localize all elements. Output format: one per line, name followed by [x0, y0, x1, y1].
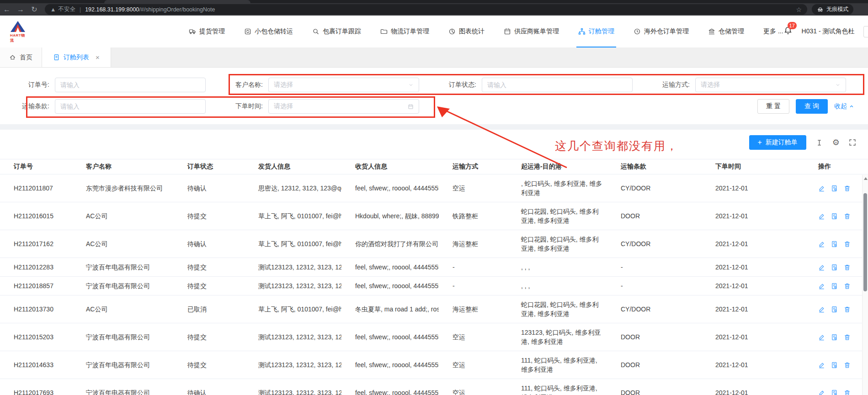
cell-shipper: 测试123123, 12312, 3123, 123... [245, 351, 341, 379]
nav-item-warehouse-management[interactable]: 仓储管理 [708, 16, 744, 47]
cell-ports: 111, 蛇口码头, 维多利亚港, 维多利亚港 [507, 379, 607, 395]
order-no-input[interactable] [55, 78, 206, 92]
terms-input[interactable] [55, 99, 206, 114]
edit-icon[interactable] [818, 306, 825, 313]
back-icon[interactable]: ← [0, 5, 14, 14]
search-button[interactable]: 查 询 [796, 99, 828, 114]
cell-status: 已取消 [174, 295, 245, 323]
browser-tab[interactable] [104, 0, 250, 3]
cell-order-no: H2112011807 [0, 174, 72, 202]
table-scrollbar[interactable] [862, 175, 868, 395]
collapse-link[interactable]: 收起 [834, 102, 854, 111]
tab-booking-list[interactable]: 订舱列表 × [42, 47, 111, 67]
nav-item-parcel-tracking[interactable]: 包裹订单跟踪 [312, 16, 361, 47]
nav-item-more[interactable]: 更多 ... [763, 16, 783, 47]
delete-trash-icon[interactable] [844, 362, 851, 369]
divider: | [80, 6, 81, 13]
notifications-button[interactable]: 17 [783, 26, 793, 37]
table-row[interactable]: H2112017162 AC公司 待确认 草上飞, 阿飞, 0101007, f… [0, 230, 868, 258]
cell-shipper: 测试123123, 12312, 3123, 123... [245, 258, 341, 277]
edit-icon[interactable] [818, 283, 825, 290]
url-bar[interactable]: ▲ 不安全 | 192.168.31.199:8000/#/shippingOr… [45, 4, 807, 15]
delete-trash-icon[interactable] [844, 241, 851, 248]
nav-item-booking-management[interactable]: 订舱管理 [578, 16, 614, 47]
edit-icon[interactable] [818, 334, 825, 341]
table-row[interactable]: H2112018857 宁波百年电器有限公司 待提交 测试123123, 123… [0, 277, 868, 295]
user-label[interactable]: H031 - 测试角色杜 [802, 27, 855, 36]
cell-status: 待确认 [174, 174, 245, 202]
scrollbar-thumb[interactable] [863, 193, 867, 291]
table-row[interactable]: H2112015203 宁波百年电器有限公司 待提交 测试123123, 123… [0, 323, 868, 351]
edit-icon[interactable] [818, 390, 825, 395]
edit-icon[interactable] [818, 185, 825, 192]
delete-trash-icon[interactable] [844, 213, 851, 220]
view-document-icon[interactable] [831, 390, 838, 395]
view-document-icon[interactable] [831, 213, 838, 220]
cell-transport: 海运整柜 [439, 295, 507, 323]
nav-item-pickup[interactable]: 提货管理 [189, 16, 225, 47]
cell-date: 2021-12-01 [702, 258, 804, 277]
nav-item-logistics-orders[interactable]: 物流订单管理 [380, 16, 429, 47]
edit-icon[interactable] [818, 241, 825, 248]
cell-ports: 蛇口花园, 蛇口码头, 维多利亚港, 维多利亚港 [507, 230, 607, 258]
table-row[interactable]: H2112016015 AC公司 待提交 草上飞, 阿飞, 0101007, f… [0, 202, 868, 230]
reload-icon[interactable]: ↻ [27, 5, 41, 14]
edit-icon[interactable] [818, 213, 825, 220]
cell-status: 待提交 [174, 202, 245, 230]
delete-trash-icon[interactable] [844, 185, 851, 192]
delete-trash-icon[interactable] [844, 390, 851, 395]
edit-icon[interactable] [818, 362, 825, 369]
cell-transport: 空运 [439, 379, 507, 395]
view-document-icon[interactable] [831, 283, 838, 290]
bank-icon [708, 28, 715, 35]
delete-trash-icon[interactable] [844, 264, 851, 271]
view-document-icon[interactable] [831, 334, 838, 341]
field-label: 运输方式: [645, 81, 695, 89]
fullscreen-icon[interactable] [849, 139, 856, 146]
transport-select[interactable]: 请选择 [695, 78, 846, 92]
close-icon[interactable]: × [96, 53, 100, 61]
nav-label: 仓储管理 [719, 27, 744, 36]
nav-item-supplier-bills[interactable]: 供应商账单管理 [504, 16, 559, 47]
cell-ports: , 蛇口码头, 维多利亚港, 维多利亚港 [507, 174, 607, 202]
table-row[interactable]: H2112017693 宁波百年电器有限公司 待确认 测试123123, 123… [0, 379, 868, 395]
cell-consignee: feel, sfwew;, rooool, 44445555... [341, 258, 439, 277]
table-row[interactable]: H2112011807 东莞市漫步者科技有限公司 待确认 思密达, 12312,… [0, 174, 868, 202]
customer-select[interactable]: 请选择 [268, 78, 419, 92]
nav-item-parcel-warehouse[interactable]: 小包仓储转运 [244, 16, 293, 47]
view-document-icon[interactable] [831, 264, 838, 271]
view-document-icon[interactable] [831, 185, 838, 192]
bill-icon [504, 28, 511, 35]
security-warning[interactable]: ▲ 不安全 [50, 5, 75, 13]
cell-terms: DOOR [607, 351, 702, 379]
cell-terms: DOOR [607, 323, 702, 351]
forward-icon[interactable]: → [14, 5, 27, 14]
table-row[interactable]: H2112012283 宁波百年电器有限公司 待提交 测试123123, 123… [0, 258, 868, 277]
edit-icon[interactable] [818, 264, 825, 271]
row-height-icon[interactable] [815, 139, 823, 147]
tab-home[interactable]: 首页 [0, 47, 42, 67]
table-row[interactable]: H2112014633 宁波百年电器有限公司 待提交 测试123123, 123… [0, 351, 868, 379]
view-document-icon[interactable] [831, 241, 838, 248]
scroll-up-icon[interactable] [864, 177, 868, 180]
nav-item-overseas-orders[interactable]: 海外仓订单管理 [634, 16, 689, 47]
view-document-icon[interactable] [831, 306, 838, 313]
delete-trash-icon[interactable] [844, 306, 851, 313]
view-document-icon[interactable] [831, 362, 838, 369]
cell-consignee: 冬虫夏草, ma road 1 add;, ros... [341, 295, 439, 323]
bookmark-star-icon[interactable]: ☆ [796, 6, 802, 13]
reset-button[interactable]: 重 置 [757, 99, 789, 114]
cell-date: 2021-12-01 [702, 351, 804, 379]
app-logo[interactable]: HART物流 [10, 21, 26, 43]
new-booking-button[interactable]: + 新建订舱单 [749, 135, 806, 150]
table-row[interactable]: H2112013730 AC公司 已取消 草上飞, 阿飞, 0101007, f… [0, 295, 868, 323]
truck-icon [189, 28, 196, 35]
delete-trash-icon[interactable] [844, 334, 851, 341]
document-icon [53, 54, 60, 61]
status-input[interactable] [482, 78, 633, 92]
column-settings-gear-icon[interactable]: ⚙ [832, 138, 840, 147]
nav-item-chart-stats[interactable]: 图表统计 [448, 16, 485, 47]
language-button[interactable]: English [863, 26, 868, 37]
delete-trash-icon[interactable] [844, 283, 851, 290]
order-time-picker[interactable]: 请选择 [268, 99, 419, 114]
